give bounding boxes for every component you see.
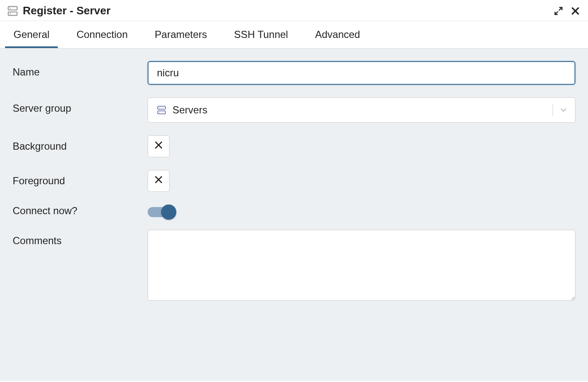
foreground-color-button[interactable] [148, 170, 170, 192]
tab-advanced[interactable]: Advanced [307, 21, 369, 48]
close-button[interactable] [569, 5, 581, 17]
server-icon [7, 5, 19, 17]
server-group-value: Servers [173, 104, 547, 116]
svg-point-7 [159, 112, 160, 113]
svg-rect-1 [8, 12, 17, 15]
connect-now-toggle[interactable] [148, 204, 176, 217]
tab-ssh-tunnel[interactable]: SSH Tunnel [226, 21, 297, 48]
form-general: Name Server group Servers [0, 48, 588, 381]
svg-point-2 [10, 8, 11, 8]
server-group-select[interactable]: Servers [148, 97, 575, 123]
svg-rect-0 [8, 6, 17, 10]
svg-rect-5 [158, 111, 165, 114]
close-icon [154, 140, 164, 153]
svg-rect-4 [158, 106, 165, 109]
label-background: Background [13, 135, 148, 152]
svg-point-6 [159, 108, 160, 108]
tabs: General Connection Parameters SSH Tunnel… [0, 21, 588, 48]
background-color-button[interactable] [148, 135, 170, 157]
tab-connection[interactable]: Connection [68, 21, 136, 48]
maximize-button[interactable] [553, 5, 564, 17]
tab-parameters[interactable]: Parameters [146, 21, 216, 48]
toggle-thumb [161, 204, 176, 220]
tab-general[interactable]: General [5, 21, 58, 48]
svg-point-3 [10, 13, 11, 14]
select-divider [553, 104, 553, 116]
chevron-down-icon [559, 105, 568, 115]
label-name: Name [13, 61, 148, 78]
label-connect-now: Connect now? [13, 205, 148, 217]
titlebar: Register - Server [0, 0, 588, 21]
label-foreground: Foreground [13, 170, 148, 187]
name-input[interactable] [148, 61, 575, 85]
comments-textarea[interactable] [148, 230, 575, 301]
close-icon [154, 174, 164, 188]
label-server-group: Server group [13, 97, 148, 114]
dialog-title: Register - Server [23, 4, 548, 17]
label-comments: Comments [13, 230, 148, 247]
server-group-icon [156, 105, 167, 115]
